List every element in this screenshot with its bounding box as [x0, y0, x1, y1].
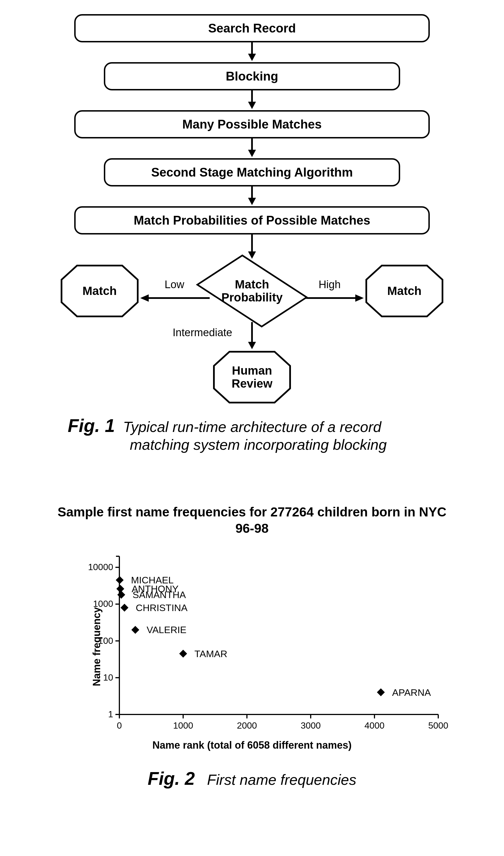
svg-text:100: 100	[98, 636, 113, 646]
flow-box-blocking: Blocking	[104, 62, 400, 90]
svg-text:1: 1	[108, 709, 113, 719]
edge-label-high: High	[319, 278, 341, 291]
flow-box-match-probabilities: Match Probabilities of Possible Matches	[74, 206, 430, 235]
chart-title: Sample first name frequencies for 277264…	[54, 504, 450, 536]
flow-box-possible-matches: Many Possible Matches	[74, 110, 430, 138]
flow-box-second-stage: Second Stage Matching Algorithm	[104, 158, 400, 186]
svg-text:10: 10	[103, 672, 113, 683]
svg-text:4000: 4000	[364, 720, 384, 731]
svg-marker-56	[377, 688, 385, 696]
flowchart-fig1: Search Record Blocking Many Possible Mat…	[26, 14, 478, 404]
svg-text:SAMANTHA: SAMANTHA	[133, 589, 186, 600]
svg-marker-54	[179, 650, 187, 658]
svg-text:0: 0	[117, 720, 122, 731]
svg-text:2000: 2000	[237, 720, 257, 731]
svg-marker-7	[248, 198, 256, 205]
svg-marker-14	[355, 294, 364, 302]
fig2-number: Fig. 2	[148, 768, 195, 789]
fig2-caption: Fig. 2 First name frequencies	[17, 768, 487, 789]
chart-xlabel: Name rank (total of 6058 different names…	[54, 739, 450, 751]
svg-marker-17	[248, 342, 256, 349]
arrow-down-icon	[26, 90, 478, 110]
svg-text:TAMAR: TAMAR	[194, 648, 227, 659]
arrow-down-icon	[26, 186, 478, 206]
decision-label-line2: Probability	[221, 291, 283, 304]
svg-text:VALERIE: VALERIE	[147, 624, 186, 635]
chart-fig2: Sample first name frequencies for 277264…	[17, 504, 487, 789]
arrow-right-icon: High	[294, 278, 365, 304]
flow-decision-match-probability: Match Probability	[210, 260, 294, 322]
flow-box-search-record: Search Record	[74, 14, 430, 42]
fig1-text-line1: Typical run-time architecture of a recor…	[123, 419, 381, 435]
svg-marker-5	[248, 150, 256, 157]
flow-terminal-human-review: Human Review	[213, 350, 291, 404]
svg-text:5000: 5000	[428, 720, 448, 731]
flow-terminal-human-review-l2: Review	[232, 377, 273, 390]
flow-terminal-human-review-l1: Human	[232, 364, 272, 377]
fig2-text: First name frequencies	[207, 772, 356, 788]
fig1-number: Fig. 1	[68, 415, 115, 436]
flow-terminal-match-left: Match	[60, 264, 139, 318]
fig1-text-line2: matching system incorporating blocking	[130, 436, 487, 453]
fig1-caption: Fig. 1 Typical run-time architecture of …	[68, 415, 487, 453]
flow-terminal-match-right-label: Match	[387, 285, 421, 297]
arrow-down-icon	[244, 322, 260, 350]
arrow-down-icon	[26, 235, 478, 260]
arrow-down-icon	[26, 138, 478, 158]
svg-marker-3	[248, 102, 256, 109]
flow-terminal-match-left-label: Match	[83, 285, 116, 297]
edge-label-low: Low	[164, 278, 184, 291]
flow-terminal-match-right: Match	[365, 264, 444, 318]
arrow-down-icon	[26, 42, 478, 62]
edge-label-intermediate: Intermediate	[173, 327, 232, 339]
svg-text:3000: 3000	[301, 720, 321, 731]
svg-marker-50	[121, 604, 128, 612]
svg-text:CHRISTINA: CHRISTINA	[136, 602, 188, 613]
svg-marker-52	[131, 626, 139, 634]
svg-marker-1	[248, 54, 256, 61]
svg-text:1000: 1000	[93, 599, 113, 609]
chart-canvas: 010002000300040005000110100100010000MICH…	[54, 545, 450, 748]
svg-marker-44	[116, 576, 124, 584]
svg-text:APARNA: APARNA	[392, 687, 431, 698]
decision-label-line1: Match	[235, 278, 269, 291]
svg-text:10000: 10000	[88, 562, 113, 572]
svg-marker-48	[118, 591, 125, 599]
svg-marker-46	[116, 585, 124, 593]
svg-marker-12	[140, 294, 149, 302]
svg-text:1000: 1000	[173, 720, 193, 731]
svg-marker-9	[248, 252, 256, 259]
